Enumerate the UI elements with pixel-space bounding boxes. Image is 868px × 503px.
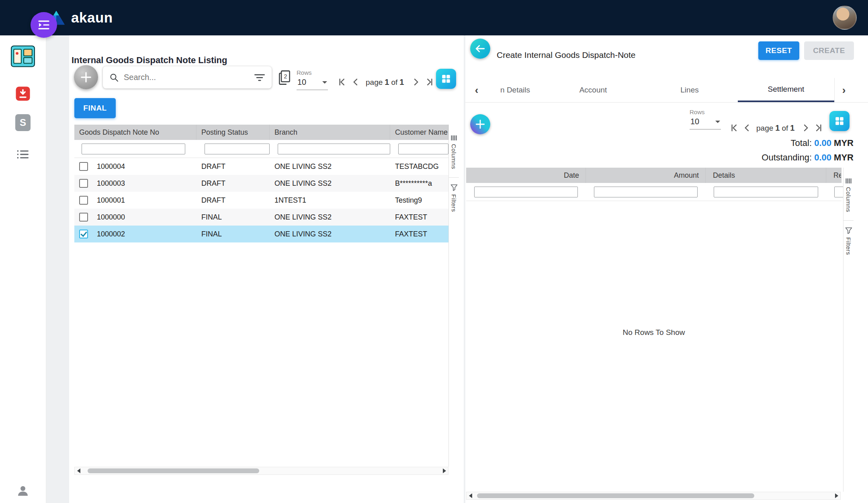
scroll-right-arrow[interactable] xyxy=(442,467,448,474)
filter-customer-name-input[interactable] xyxy=(398,144,448,154)
create-panel: Create Internal Goods Dispatch-Note RESE… xyxy=(465,35,868,503)
add-settlement-button[interactable] xyxy=(470,114,490,134)
scroll-left-arrow[interactable] xyxy=(467,492,473,499)
table-row[interactable]: 1000001 DRAFT 1NTEST1 Testing9 xyxy=(74,192,448,209)
app-launcher-icon[interactable] xyxy=(0,45,46,68)
filter-list-icon[interactable] xyxy=(254,73,265,82)
search-box xyxy=(103,66,272,88)
user-avatar[interactable] xyxy=(833,6,857,30)
settlement-rows-per-page-dropdown[interactable]: Rows 10 xyxy=(690,109,721,129)
table-header-row: Goods Dispatch Note No Posting Status Br… xyxy=(74,125,448,140)
col-header-amount[interactable]: Amount xyxy=(586,168,706,183)
table-header-row: Date Amount Details Re xyxy=(466,168,841,183)
create-panel-title: Create Internal Goods Dispatch-Note xyxy=(497,50,636,60)
rows-label: Rows xyxy=(297,69,328,76)
filters-tool-tab[interactable]: Filters xyxy=(450,182,458,218)
columns-tool-tab[interactable]: Columns xyxy=(845,176,852,219)
settlement-table: Date Amount Details Re xyxy=(466,168,841,201)
col-header-branch[interactable]: Branch xyxy=(270,125,390,140)
profile-icon[interactable] xyxy=(0,484,46,498)
col-header-re[interactable]: Re xyxy=(826,168,841,183)
horizontal-scrollbar xyxy=(74,467,448,475)
next-page-button[interactable] xyxy=(411,77,421,87)
scroll-right-arrow[interactable] xyxy=(834,492,840,499)
grid-view-button[interactable] xyxy=(829,111,850,131)
tab-settlement[interactable]: Settlement xyxy=(738,78,834,102)
rows-value: 10 xyxy=(297,78,306,87)
filter-note-no-input[interactable] xyxy=(82,144,185,154)
first-page-button[interactable] xyxy=(337,77,347,87)
grip-icon xyxy=(845,178,852,184)
rows-label: Rows xyxy=(690,109,721,115)
columns-tool-tab[interactable]: Columns xyxy=(450,133,457,176)
back-button[interactable] xyxy=(470,39,490,59)
brand-name: akaun xyxy=(71,10,113,26)
col-header-customer-name[interactable]: Customer Name xyxy=(390,125,448,140)
filter-amount-input[interactable] xyxy=(594,187,698,197)
tabs-scroll-right-button[interactable]: › xyxy=(834,78,853,102)
tab-lines[interactable]: Lines xyxy=(641,78,738,102)
final-filter-button[interactable]: FINAL xyxy=(74,98,116,118)
grid-icon xyxy=(441,74,451,84)
col-header-date[interactable]: Date xyxy=(466,168,586,183)
search-icon xyxy=(109,73,119,82)
grid-side-bar: Columns Filters xyxy=(448,125,459,467)
table-row[interactable]: 1000004 DRAFT ONE LIVING SS2 TESTABCDG xyxy=(74,158,448,175)
create-button[interactable]: CREATE xyxy=(804,41,854,60)
search-input[interactable] xyxy=(123,72,250,82)
add-dispatch-note-button[interactable] xyxy=(74,65,98,89)
funnel-icon xyxy=(845,227,852,234)
page-indicator: page1of1 xyxy=(366,78,406,87)
row-checkbox[interactable] xyxy=(79,196,88,205)
table-row-selected[interactable]: 1000002 FINAL ONE LIVING SS2 FAXTEST xyxy=(74,226,448,242)
tabs-scroll-left-button[interactable]: ‹ xyxy=(469,78,485,102)
filter-details-input[interactable] xyxy=(714,187,818,197)
table-filter-row xyxy=(466,183,841,201)
duplicate-pages-icon[interactable]: 2 xyxy=(278,70,291,87)
scrollbar-thumb[interactable] xyxy=(88,468,259,473)
grid-icon xyxy=(834,116,845,126)
reset-button[interactable]: RESET xyxy=(758,41,799,60)
outstanding-line: Outstanding: 0.00 MYR xyxy=(762,150,854,165)
filters-tool-tab[interactable]: Filters xyxy=(845,225,852,261)
prev-page-button[interactable] xyxy=(350,77,361,87)
scrollbar-track[interactable] xyxy=(81,467,442,474)
table-row[interactable]: 1000000 FINAL ONE LIVING SS2 FAXTEST xyxy=(74,209,448,226)
tab-account[interactable]: Account xyxy=(545,78,641,102)
scrollbar-track[interactable] xyxy=(473,492,834,499)
table-row[interactable]: 1000003 DRAFT ONE LIVING SS2 B**********… xyxy=(74,175,448,192)
prev-page-button[interactable] xyxy=(742,123,752,133)
last-page-button[interactable] xyxy=(424,77,435,87)
table-filter-row xyxy=(74,140,448,158)
list-menu-icon[interactable] xyxy=(0,149,46,160)
sidebar-toggle-button[interactable] xyxy=(31,12,57,38)
grip-icon xyxy=(451,135,457,141)
app-root: akaun S xyxy=(0,0,868,503)
scroll-left-arrow[interactable] xyxy=(75,467,81,474)
listing-title: Internal Goods Dispatch Note Listing xyxy=(72,55,227,66)
row-checkbox[interactable] xyxy=(79,213,88,222)
col-header-posting-status[interactable]: Posting Status xyxy=(197,125,270,140)
row-checkbox-checked[interactable] xyxy=(79,230,88,238)
scrollbar-thumb[interactable] xyxy=(477,493,754,498)
row-checkbox[interactable] xyxy=(79,162,88,171)
listing-panel: Internal Goods Dispatch Note Listing 2 R… xyxy=(69,35,464,503)
filter-posting-status-input[interactable] xyxy=(205,144,270,154)
last-page-button[interactable] xyxy=(813,123,824,133)
icon-sidebar: S xyxy=(0,35,46,503)
first-page-button[interactable] xyxy=(729,123,739,133)
rows-per-page-dropdown[interactable]: Rows 10 xyxy=(297,69,328,90)
tab-main-details[interactable]: n Details xyxy=(485,78,545,102)
row-checkbox[interactable] xyxy=(79,179,88,188)
divider xyxy=(449,177,459,178)
total-amount: 0.00 xyxy=(814,138,831,148)
pdf-tool-icon[interactable] xyxy=(0,85,46,102)
next-page-button[interactable] xyxy=(800,123,811,133)
s-document-icon[interactable]: S xyxy=(0,114,46,131)
col-header-details[interactable]: Details xyxy=(706,168,826,183)
filter-date-input[interactable] xyxy=(474,187,578,197)
filter-branch-input[interactable] xyxy=(278,144,390,154)
grid-view-button[interactable] xyxy=(436,69,456,89)
horizontal-scrollbar xyxy=(466,492,841,500)
col-header-note-no[interactable]: Goods Dispatch Note No xyxy=(74,125,197,140)
